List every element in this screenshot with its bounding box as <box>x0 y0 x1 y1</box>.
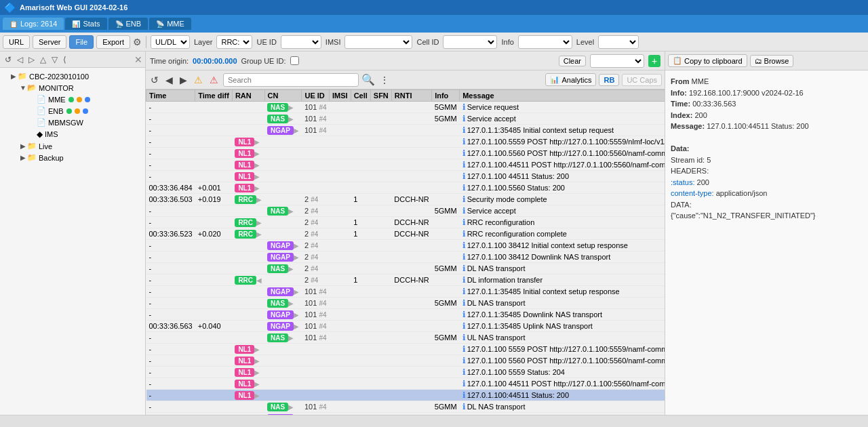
info-msg-icon: ℹ <box>462 160 466 169</box>
table-row[interactable]: -NAS▶101 #45GMMℹDL NAS transport <box>146 298 665 309</box>
tree-item-root[interactable]: ▶ 📁 CBC-2023010100 <box>0 70 145 82</box>
table-row[interactable]: -NL1▶ℹ127.0.1.100 5560 POST http://127.0… <box>146 355 665 367</box>
table-row[interactable]: -NAS▶2 #45GMMℹService accept <box>146 205 665 217</box>
cell-ran <box>232 263 264 274</box>
data-key: DATA: <box>671 201 692 209</box>
table-row[interactable]: -NL1▶ℹ127.0.1.100:44511 Status: 200 <box>146 390 665 401</box>
cell-cn: NAS▶ <box>264 298 302 309</box>
cell-cn <box>264 274 302 286</box>
table-row[interactable]: -NL1▶ℹ127.0.1.100 44511 POST http://127.… <box>146 378 665 390</box>
cell-ueid: 2 #4 <box>302 263 330 274</box>
table-row[interactable]: -NGAP▶2 #4ℹ127.0.1.100 38412 Downlink NA… <box>146 251 665 263</box>
settings-icon[interactable]: ⚙ <box>133 37 142 47</box>
search-options-button[interactable]: ⋮ <box>378 74 391 86</box>
table-row[interactable]: -RRC◀2 #41DCCH-NRℹDL information transfe… <box>146 274 665 286</box>
back-button[interactable]: ◁ <box>15 54 25 65</box>
table-row[interactable]: -NGAP▶101 #4ℹ127.0.1.1:35485 Initial con… <box>146 125 665 136</box>
refresh-log-button[interactable]: ↺ <box>149 74 161 86</box>
uldl-select[interactable]: UL/DL <box>151 35 190 49</box>
export-button[interactable]: Export <box>96 35 130 49</box>
table-row[interactable]: -NGAP▶2 #4ℹ127.0.1.100 38412 Initial con… <box>146 240 665 251</box>
table-row[interactable]: -NL1▶ℹ127.0.1.100 5559 POST http://127.0… <box>146 344 665 355</box>
cell-ueid: 2 #4 <box>302 228 330 240</box>
filter-select[interactable] <box>590 54 644 68</box>
ran-arrow: ▶ <box>254 150 260 157</box>
tree-label-root: CBC-2023010100 <box>29 73 89 81</box>
diamond-icon-ims: ◆ <box>37 129 43 139</box>
tree-item-ims[interactable]: ◆ IMS <box>0 128 145 140</box>
table-row[interactable]: -NL1▶ℹ127.0.1.100 44511 Status: 200 <box>146 171 665 182</box>
layer-select[interactable]: RRC: <box>216 35 252 49</box>
imsi-select[interactable] <box>344 35 412 49</box>
table-row[interactable]: -NL1▶ℹ127.0.1.100.5560 POST http://127.0… <box>146 148 665 159</box>
group-ue-checkbox[interactable] <box>290 56 299 65</box>
table-row[interactable]: -NL1▶ℹ127.0.1.100.44511 POST http://127.… <box>146 159 665 171</box>
up-button[interactable]: △ <box>38 54 48 65</box>
cell-message: ℹ127.0.1.1:35485 Initial context setup r… <box>460 125 665 136</box>
tab-enb[interactable]: 📡 ENB <box>108 18 149 30</box>
clear-button[interactable]: Clear <box>559 56 586 66</box>
table-row[interactable]: -NAS▶101 #45GMMℹDL NAS transport <box>146 401 665 413</box>
tree-item-backup[interactable]: ▶ 📁 Backup <box>0 152 145 163</box>
cell-time: - <box>149 357 152 365</box>
table-row[interactable]: 00:33:36.484+0.001NL1▶ℹ127.0.1.100.5560 … <box>146 182 665 194</box>
table-row[interactable]: -RRC▶2 #41DCCH-NRℹRRC reconfiguration <box>146 217 665 228</box>
cn-arrow: ▶ <box>288 115 294 123</box>
level-select[interactable] <box>598 35 639 49</box>
table-row[interactable]: -NAS▶101 #45GMMℹService request <box>146 102 665 113</box>
browse-button[interactable]: 🗂 Browse <box>750 55 794 67</box>
table-row[interactable]: -NAS▶101 #45GMMℹUL NAS transport <box>146 332 665 344</box>
cell-time: - <box>149 241 152 249</box>
prev-log-button[interactable]: ◀ <box>163 74 175 86</box>
ran-tag: RRC <box>235 218 256 227</box>
cn-arrow: ▶ <box>294 253 299 261</box>
tab-logs[interactable]: 📋 Logs: 2614 <box>3 18 64 30</box>
file-button[interactable]: File <box>69 35 94 49</box>
table-row[interactable]: -NAS▶2 #45GMMℹDL NAS transport <box>146 263 665 274</box>
right-toolbar: 📋 Copy to clipboard 🗂 Browse <box>665 52 868 70</box>
copy-button[interactable]: 📋 Copy to clipboard <box>668 54 747 67</box>
refresh-button[interactable]: ↺ <box>3 54 14 65</box>
down-button[interactable]: ▽ <box>50 54 60 65</box>
add-filter-button[interactable]: + <box>648 55 660 67</box>
ueid-select[interactable] <box>281 35 321 49</box>
close-left-button[interactable]: ✕ <box>134 54 142 65</box>
table-row[interactable]: -NL1▶ℹ127.0.1.100.5559 POST http://127.0… <box>146 136 665 148</box>
message-text: UL NAS transport <box>467 333 526 342</box>
ue-num-value: #4 <box>311 265 318 272</box>
tab-enb-label: ENB <box>126 20 142 28</box>
tab-stats[interactable]: 📊 Stats <box>65 18 106 30</box>
url-button[interactable]: URL <box>3 35 30 49</box>
table-row[interactable]: -NGAP▶101 #4ℹ127.0.1.1:35485 Downlink NA… <box>146 309 665 321</box>
tree-item-mme[interactable]: 📄 MME <box>0 94 145 105</box>
next-log-button[interactable]: ▶ <box>178 74 189 86</box>
table-row[interactable]: 00:33:36.503+0.019RRC▶2 #41DCCH-NRℹSecur… <box>146 194 665 205</box>
main-container: ↺ ◁ ▷ △ ▽ ⟨ ✕ ▶ 📁 CBC-2023010100 ▼ 📂 MON… <box>0 52 868 415</box>
tree-item-monitor[interactable]: ▼ 📂 MONITOR <box>0 82 145 94</box>
forward-button[interactable]: ▷ <box>26 54 37 65</box>
table-row[interactable]: -NGAP▶101 #4ℹ127.0.1.1:35485 Initial con… <box>146 286 665 298</box>
tree-item-live[interactable]: ▶ 📁 Live <box>0 140 145 152</box>
cell-message: ℹRRC reconfiguration <box>460 217 665 228</box>
search-input[interactable] <box>223 73 359 87</box>
rb-button[interactable]: RB <box>599 74 619 86</box>
error-button[interactable]: ⚠ <box>208 74 220 86</box>
tab-mme[interactable]: 📡 MME <box>149 18 191 30</box>
table-row[interactable]: 00:33:36.563+0.040NGAP▶101 #4ℹ127.0.1.1:… <box>146 321 665 332</box>
cn-tag: NAS <box>267 403 288 411</box>
table-row[interactable]: -NL1▶ℹ127.0.1.100 5559 Status: 204 <box>146 367 665 378</box>
prev-button[interactable]: ⟨ <box>61 54 68 65</box>
server-button[interactable]: Server <box>33 35 66 49</box>
search-icon[interactable]: 🔍 <box>361 73 375 86</box>
table-row[interactable]: 00:33:36.523+0.020RRC▶2 #41DCCH-NRℹRRC r… <box>146 228 665 240</box>
info-select[interactable] <box>518 35 572 49</box>
uc-button[interactable]: UC Caps <box>622 74 662 86</box>
analytics-button[interactable]: 📊 Analytics <box>545 73 596 86</box>
tree-item-enb[interactable]: 📄 ENB <box>0 105 145 117</box>
cell-time: 00:33:36.523 <box>149 230 193 238</box>
tree-item-mbmsgw[interactable]: 📄 MBMSGW <box>0 117 145 128</box>
warning-button[interactable]: ⚠ <box>192 74 205 86</box>
cellid-select[interactable] <box>443 35 497 49</box>
cell-message: ℹ127.0.1.100.5560 Status: 200 <box>460 182 665 194</box>
table-row[interactable]: -NAS▶101 #45GMMℹService accept <box>146 113 665 125</box>
